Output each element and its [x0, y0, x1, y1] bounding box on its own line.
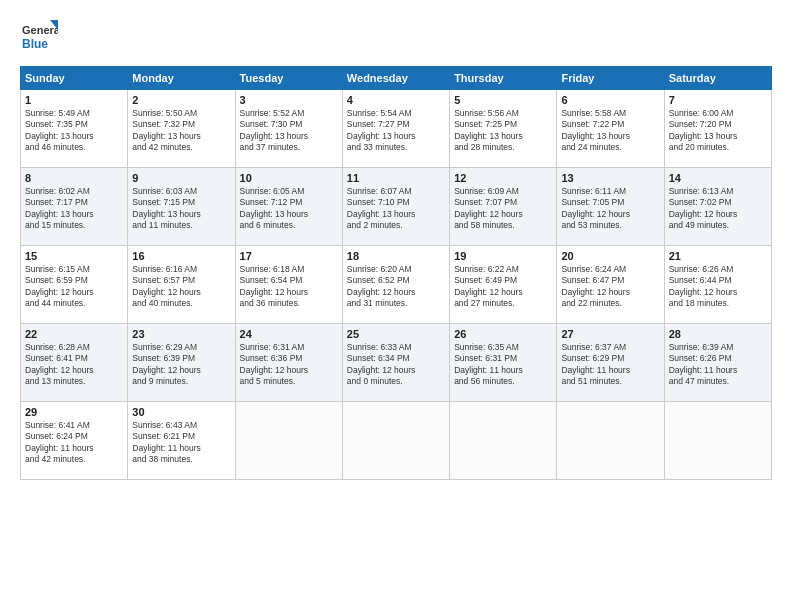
calendar-week-4: 22Sunrise: 6:28 AMSunset: 6:41 PMDayligh… [21, 324, 772, 402]
day-number: 4 [347, 94, 445, 106]
day-number: 26 [454, 328, 552, 340]
day-number: 7 [669, 94, 767, 106]
day-number: 21 [669, 250, 767, 262]
day-number: 19 [454, 250, 552, 262]
calendar-cell: 28Sunrise: 6:39 AMSunset: 6:26 PMDayligh… [664, 324, 771, 402]
day-number: 16 [132, 250, 230, 262]
calendar-cell: 29Sunrise: 6:41 AMSunset: 6:24 PMDayligh… [21, 402, 128, 480]
calendar-cell: 15Sunrise: 6:15 AMSunset: 6:59 PMDayligh… [21, 246, 128, 324]
calendar-cell [235, 402, 342, 480]
calendar-cell: 14Sunrise: 6:13 AMSunset: 7:02 PMDayligh… [664, 168, 771, 246]
cell-info: Sunrise: 5:49 AMSunset: 7:35 PMDaylight:… [25, 108, 123, 154]
day-number: 6 [561, 94, 659, 106]
calendar-cell: 2Sunrise: 5:50 AMSunset: 7:32 PMDaylight… [128, 90, 235, 168]
cell-info: Sunrise: 6:03 AMSunset: 7:15 PMDaylight:… [132, 186, 230, 232]
calendar-cell: 6Sunrise: 5:58 AMSunset: 7:22 PMDaylight… [557, 90, 664, 168]
day-number: 5 [454, 94, 552, 106]
calendar-week-2: 8Sunrise: 6:02 AMSunset: 7:17 PMDaylight… [21, 168, 772, 246]
svg-text:Blue: Blue [22, 37, 48, 51]
day-number: 17 [240, 250, 338, 262]
calendar-cell: 1Sunrise: 5:49 AMSunset: 7:35 PMDaylight… [21, 90, 128, 168]
calendar-cell: 9Sunrise: 6:03 AMSunset: 7:15 PMDaylight… [128, 168, 235, 246]
logo: General Blue [20, 18, 58, 56]
calendar-cell: 17Sunrise: 6:18 AMSunset: 6:54 PMDayligh… [235, 246, 342, 324]
cell-info: Sunrise: 6:20 AMSunset: 6:52 PMDaylight:… [347, 264, 445, 310]
cell-info: Sunrise: 6:43 AMSunset: 6:21 PMDaylight:… [132, 420, 230, 466]
calendar-cell: 19Sunrise: 6:22 AMSunset: 6:49 PMDayligh… [450, 246, 557, 324]
weekday-header-sunday: Sunday [21, 67, 128, 90]
day-number: 8 [25, 172, 123, 184]
calendar-cell: 8Sunrise: 6:02 AMSunset: 7:17 PMDaylight… [21, 168, 128, 246]
calendar-cell: 25Sunrise: 6:33 AMSunset: 6:34 PMDayligh… [342, 324, 449, 402]
day-number: 2 [132, 94, 230, 106]
day-number: 3 [240, 94, 338, 106]
weekday-header-saturday: Saturday [664, 67, 771, 90]
calendar-header-row: SundayMondayTuesdayWednesdayThursdayFrid… [21, 67, 772, 90]
calendar-cell: 12Sunrise: 6:09 AMSunset: 7:07 PMDayligh… [450, 168, 557, 246]
cell-info: Sunrise: 6:07 AMSunset: 7:10 PMDaylight:… [347, 186, 445, 232]
cell-info: Sunrise: 6:41 AMSunset: 6:24 PMDaylight:… [25, 420, 123, 466]
calendar-cell: 30Sunrise: 6:43 AMSunset: 6:21 PMDayligh… [128, 402, 235, 480]
day-number: 25 [347, 328, 445, 340]
calendar-cell [450, 402, 557, 480]
calendar-week-5: 29Sunrise: 6:41 AMSunset: 6:24 PMDayligh… [21, 402, 772, 480]
calendar-cell: 11Sunrise: 6:07 AMSunset: 7:10 PMDayligh… [342, 168, 449, 246]
day-number: 24 [240, 328, 338, 340]
day-number: 13 [561, 172, 659, 184]
cell-info: Sunrise: 5:58 AMSunset: 7:22 PMDaylight:… [561, 108, 659, 154]
logo-icon: General Blue [20, 18, 58, 56]
cell-info: Sunrise: 5:56 AMSunset: 7:25 PMDaylight:… [454, 108, 552, 154]
calendar-cell: 22Sunrise: 6:28 AMSunset: 6:41 PMDayligh… [21, 324, 128, 402]
calendar-table: SundayMondayTuesdayWednesdayThursdayFrid… [20, 66, 772, 480]
weekday-header-tuesday: Tuesday [235, 67, 342, 90]
calendar-cell: 10Sunrise: 6:05 AMSunset: 7:12 PMDayligh… [235, 168, 342, 246]
weekday-header-thursday: Thursday [450, 67, 557, 90]
cell-info: Sunrise: 5:54 AMSunset: 7:27 PMDaylight:… [347, 108, 445, 154]
calendar-cell: 21Sunrise: 6:26 AMSunset: 6:44 PMDayligh… [664, 246, 771, 324]
cell-info: Sunrise: 6:39 AMSunset: 6:26 PMDaylight:… [669, 342, 767, 388]
calendar-cell: 18Sunrise: 6:20 AMSunset: 6:52 PMDayligh… [342, 246, 449, 324]
cell-info: Sunrise: 6:28 AMSunset: 6:41 PMDaylight:… [25, 342, 123, 388]
cell-info: Sunrise: 6:02 AMSunset: 7:17 PMDaylight:… [25, 186, 123, 232]
cell-info: Sunrise: 6:37 AMSunset: 6:29 PMDaylight:… [561, 342, 659, 388]
calendar-week-1: 1Sunrise: 5:49 AMSunset: 7:35 PMDaylight… [21, 90, 772, 168]
calendar-cell: 7Sunrise: 6:00 AMSunset: 7:20 PMDaylight… [664, 90, 771, 168]
svg-text:General: General [22, 24, 58, 36]
day-number: 30 [132, 406, 230, 418]
day-number: 1 [25, 94, 123, 106]
cell-info: Sunrise: 6:05 AMSunset: 7:12 PMDaylight:… [240, 186, 338, 232]
day-number: 23 [132, 328, 230, 340]
cell-info: Sunrise: 6:11 AMSunset: 7:05 PMDaylight:… [561, 186, 659, 232]
cell-info: Sunrise: 6:35 AMSunset: 6:31 PMDaylight:… [454, 342, 552, 388]
calendar-cell: 27Sunrise: 6:37 AMSunset: 6:29 PMDayligh… [557, 324, 664, 402]
calendar-cell [557, 402, 664, 480]
cell-info: Sunrise: 6:00 AMSunset: 7:20 PMDaylight:… [669, 108, 767, 154]
cell-info: Sunrise: 6:24 AMSunset: 6:47 PMDaylight:… [561, 264, 659, 310]
day-number: 29 [25, 406, 123, 418]
day-number: 28 [669, 328, 767, 340]
weekday-header-friday: Friday [557, 67, 664, 90]
day-number: 18 [347, 250, 445, 262]
cell-info: Sunrise: 6:18 AMSunset: 6:54 PMDaylight:… [240, 264, 338, 310]
cell-info: Sunrise: 6:31 AMSunset: 6:36 PMDaylight:… [240, 342, 338, 388]
cell-info: Sunrise: 6:13 AMSunset: 7:02 PMDaylight:… [669, 186, 767, 232]
day-number: 15 [25, 250, 123, 262]
cell-info: Sunrise: 6:22 AMSunset: 6:49 PMDaylight:… [454, 264, 552, 310]
calendar-week-3: 15Sunrise: 6:15 AMSunset: 6:59 PMDayligh… [21, 246, 772, 324]
day-number: 9 [132, 172, 230, 184]
day-number: 20 [561, 250, 659, 262]
cell-info: Sunrise: 6:15 AMSunset: 6:59 PMDaylight:… [25, 264, 123, 310]
calendar-cell: 24Sunrise: 6:31 AMSunset: 6:36 PMDayligh… [235, 324, 342, 402]
cell-info: Sunrise: 6:33 AMSunset: 6:34 PMDaylight:… [347, 342, 445, 388]
day-number: 27 [561, 328, 659, 340]
calendar-cell: 3Sunrise: 5:52 AMSunset: 7:30 PMDaylight… [235, 90, 342, 168]
calendar-cell: 4Sunrise: 5:54 AMSunset: 7:27 PMDaylight… [342, 90, 449, 168]
calendar-cell: 20Sunrise: 6:24 AMSunset: 6:47 PMDayligh… [557, 246, 664, 324]
day-number: 12 [454, 172, 552, 184]
calendar-cell: 23Sunrise: 6:29 AMSunset: 6:39 PMDayligh… [128, 324, 235, 402]
weekday-header-wednesday: Wednesday [342, 67, 449, 90]
weekday-header-monday: Monday [128, 67, 235, 90]
cell-info: Sunrise: 6:29 AMSunset: 6:39 PMDaylight:… [132, 342, 230, 388]
calendar-cell [342, 402, 449, 480]
calendar-cell: 16Sunrise: 6:16 AMSunset: 6:57 PMDayligh… [128, 246, 235, 324]
